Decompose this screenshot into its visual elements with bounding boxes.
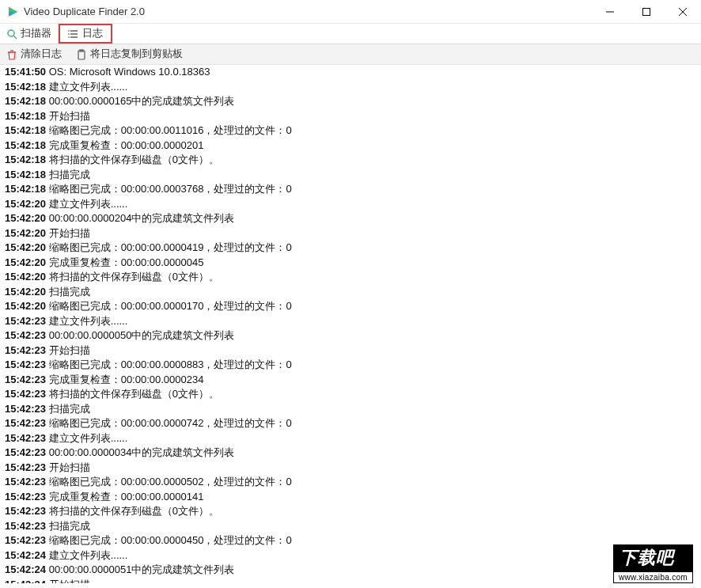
log-message: 缩略图已完成：00:00:00.0000742，处理过的文件：0 (46, 417, 292, 429)
log-row: 15:42:18 开始扫描 (5, 109, 696, 124)
app-icon (6, 6, 19, 18)
svg-rect-16 (78, 51, 85, 59)
clear-log-label: 清除日志 (21, 47, 62, 61)
log-row: 15:42:24 00:00:00.0000051中的完成建筑文件列表 (5, 563, 696, 578)
log-message: 缩略图已完成：00:00:00.0000502，处理过的文件：0 (46, 476, 292, 487)
log-timestamp: 15:42:20 (5, 286, 46, 298)
log-row: 15:42:20 缩略图已完成：00:00:00.0000419，处理过的文件：… (5, 241, 696, 256)
log-message: OS: Microsoft Windows 10.0.18363 (46, 66, 210, 78)
log-row: 15:42:23 缩略图已完成：00:00:00.0000502，处理过的文件：… (5, 475, 696, 490)
log-timestamp: 15:42:23 (5, 388, 46, 400)
tab-log[interactable]: 日志 (59, 24, 112, 44)
titlebar: Video Duplicate Finder 2.0 (0, 0, 701, 24)
log-message: 开始扫描 (46, 344, 90, 356)
maximize-button[interactable] (628, 0, 665, 24)
log-message: 扫描完成 (46, 169, 90, 180)
log-row: 15:42:18 扫描完成 (5, 168, 696, 183)
log-message: 00:00:00.0000034中的完成建筑文件列表 (46, 446, 234, 458)
log-actionbar: 清除日志 将日志复制到剪贴板 (0, 44, 701, 65)
log-timestamp: 15:42:20 (5, 198, 46, 210)
log-message: 00:00:00.0000051中的完成建筑文件列表 (46, 563, 234, 575)
window-controls (592, 0, 701, 24)
log-timestamp: 15:42:18 (5, 154, 46, 165)
log-row: 15:42:23 开始扫描 (5, 461, 696, 476)
log-timestamp: 15:42:20 (5, 227, 46, 239)
log-row: 15:42:23 完成重复检查：00:00:00.0000234 (5, 373, 696, 388)
clear-log-button[interactable]: 清除日志 (6, 47, 62, 61)
log-row: 15:42:23 将扫描的文件保存到磁盘（0文件）。 (5, 504, 696, 519)
log-message: 缩略图已完成：00:00:00.0003768，处理过的文件：0 (46, 183, 292, 195)
log-timestamp: 15:42:20 (5, 212, 46, 224)
log-row: 15:42:20 00:00:00.0000204中的完成建筑文件列表 (5, 211, 696, 226)
log-timestamp: 15:42:23 (5, 358, 46, 370)
log-message: 开始扫描 (46, 227, 90, 239)
log-timestamp: 15:41:50 (5, 66, 46, 78)
log-timestamp: 15:42:23 (5, 505, 46, 517)
log-row: 15:41:50 OS: Microsoft Windows 10.0.1836… (5, 65, 696, 80)
log-message: 将扫描的文件保存到磁盘（0文件）。 (46, 505, 219, 517)
tab-scanner-label: 扫描器 (21, 27, 51, 40)
log-row: 15:42:23 缩略图已完成：00:00:00.0000742，处理过的文件：… (5, 416, 696, 431)
log-message: 扫描完成 (46, 520, 90, 532)
log-message: 开始扫描 (46, 579, 90, 584)
log-timestamp: 15:42:23 (5, 534, 46, 546)
log-message: 00:00:00.0000050中的完成建筑文件列表 (46, 329, 234, 341)
tab-bar: 扫描器 日志 (0, 24, 701, 44)
log-message: 缩略图已完成：00:00:00.0000419，处理过的文件：0 (46, 241, 292, 253)
log-timestamp: 15:42:23 (5, 520, 46, 532)
minimize-button[interactable] (592, 0, 628, 24)
svg-point-6 (8, 30, 14, 36)
log-row: 15:42:18 将扫描的文件保存到磁盘（0文件）。 (5, 153, 696, 168)
log-timestamp: 15:42:18 (5, 95, 46, 107)
log-row: 15:42:23 扫描完成 (5, 402, 696, 417)
log-message: 开始扫描 (46, 110, 90, 122)
log-timestamp: 15:42:18 (5, 124, 46, 136)
log-row: 15:42:23 缩略图已完成：00:00:00.0000883，处理过的文件：… (5, 358, 696, 373)
log-row: 15:42:23 将扫描的文件保存到磁盘（0文件）。 (5, 387, 696, 402)
log-message: 开始扫描 (46, 461, 90, 473)
log-timestamp: 15:42:18 (5, 81, 46, 93)
tab-scanner[interactable]: 扫描器 (0, 24, 59, 44)
svg-point-11 (68, 30, 70, 32)
log-row: 15:42:20 缩略图已完成：00:00:00.0000170，处理过的文件：… (5, 299, 696, 314)
log-message: 缩略图已完成：00:00:00.0011016，处理过的文件：0 (46, 124, 292, 136)
log-row: 15:42:18 缩略图已完成：00:00:00.0003768，处理过的文件：… (5, 182, 696, 197)
log-timestamp: 15:42:23 (5, 315, 46, 327)
log-message: 完成重复检查：00:00:00.0000141 (46, 491, 203, 503)
log-row: 15:42:23 建立文件列表...... (5, 431, 696, 446)
search-icon (6, 28, 17, 40)
log-list[interactable]: 15:41:50 OS: Microsoft Windows 10.0.1836… (5, 65, 696, 583)
log-row: 15:42:23 00:00:00.0000034中的完成建筑文件列表 (5, 446, 696, 461)
log-row: 15:42:23 完成重复检查：00:00:00.0000141 (5, 490, 696, 505)
log-message: 缩略图已完成：00:00:00.0000170，处理过的文件：0 (46, 300, 292, 312)
log-message: 建立文件列表...... (46, 198, 127, 210)
log-message: 缩略图已完成：00:00:00.0000883，处理过的文件：0 (46, 358, 292, 370)
log-row: 15:42:18 建立文件列表...... (5, 80, 696, 95)
log-row: 15:42:20 完成重复检查：00:00:00.0000045 (5, 256, 696, 271)
log-message: 完成重复检查：00:00:00.0000234 (46, 374, 203, 385)
trash-icon (6, 49, 17, 60)
log-row: 15:42:23 建立文件列表...... (5, 314, 696, 329)
log-message: 将扫描的文件保存到磁盘（0文件）。 (46, 388, 219, 400)
log-timestamp: 15:42:23 (5, 461, 46, 473)
log-message: 完成重复检查：00:00:00.0000201 (46, 139, 203, 151)
svg-point-13 (68, 36, 70, 38)
log-row: 15:42:20 扫描完成 (5, 285, 696, 300)
log-timestamp: 15:42:23 (5, 329, 46, 341)
copy-log-button[interactable]: 将日志复制到剪贴板 (76, 47, 183, 61)
log-row: 15:42:18 00:00:00.0000165中的完成建筑文件列表 (5, 94, 696, 109)
log-message: 将扫描的文件保存到磁盘（0文件）。 (46, 154, 219, 165)
log-message: 00:00:00.0000204中的完成建筑文件列表 (46, 212, 234, 224)
log-timestamp: 15:42:23 (5, 417, 46, 429)
log-row: 15:42:18 缩略图已完成：00:00:00.0011016，处理过的文件：… (5, 123, 696, 138)
log-message: 完成重复检查：00:00:00.0000045 (46, 256, 203, 268)
svg-rect-3 (643, 8, 650, 15)
log-message: 建立文件列表...... (46, 315, 127, 327)
log-timestamp: 15:42:20 (5, 256, 46, 268)
close-button[interactable] (665, 0, 701, 24)
log-timestamp: 15:42:24 (5, 549, 46, 561)
log-timestamp: 15:42:23 (5, 403, 46, 415)
log-message: 扫描完成 (46, 403, 90, 415)
log-timestamp: 15:42:23 (5, 476, 46, 487)
log-message: 建立文件列表...... (46, 549, 127, 561)
